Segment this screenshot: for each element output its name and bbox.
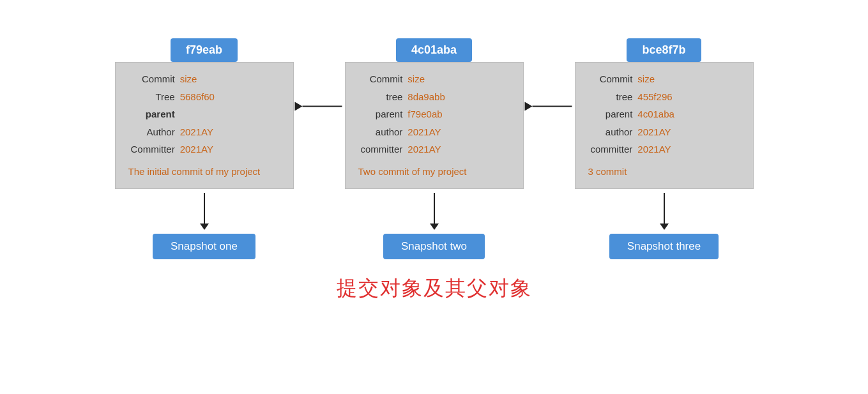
arrow-down-1 bbox=[430, 193, 439, 230]
commit-field-value: 2021AY bbox=[178, 123, 217, 141]
arrow-head bbox=[660, 224, 669, 230]
arrow-line bbox=[434, 193, 435, 224]
commit-field-value bbox=[178, 105, 217, 123]
commit-field-label: author bbox=[588, 123, 636, 141]
commit-field-label: parent bbox=[588, 105, 636, 123]
commit-column-1: 4c01abaCommitsizetree8da9abbparentf79e0a… bbox=[345, 38, 524, 259]
commit-field-label: Tree bbox=[128, 88, 178, 106]
commit-column-0: f79eabCommitsizeTree5686f60parentAuthor2… bbox=[115, 38, 294, 259]
arrow-line bbox=[664, 193, 665, 224]
commit-field-value: f79e0ab bbox=[405, 105, 447, 123]
commits-row: f79eabCommitsizeTree5686f60parentAuthor2… bbox=[0, 38, 868, 259]
commit-badge-0: f79eab bbox=[171, 38, 238, 62]
arrow-down-2 bbox=[660, 193, 669, 230]
commit-message-0: The initial commit of my project bbox=[128, 163, 280, 180]
commit-field-label: Commit bbox=[358, 70, 406, 88]
commit-field-label: parent bbox=[128, 105, 178, 123]
snapshot-badge-0: Snapshot one bbox=[153, 234, 255, 259]
commit-message-1: Two commit of my project bbox=[358, 163, 510, 180]
commit-field-label: author bbox=[358, 123, 406, 141]
commit-field-value: 4c01aba bbox=[635, 105, 677, 123]
commit-field-label: committer bbox=[358, 140, 406, 158]
commit-column-2: bce8f7bCommitsizetree455f296parent4c01ab… bbox=[575, 38, 754, 259]
commit-field-label: Commit bbox=[128, 70, 178, 88]
commit-field-label: parent bbox=[358, 105, 406, 123]
commit-field-value: 2021AY bbox=[405, 140, 447, 158]
footer-title: 提交对象及其父对象 bbox=[337, 275, 532, 303]
diagram-container: f79eabCommitsizeTree5686f60parentAuthor2… bbox=[0, 0, 868, 394]
commit-field-value: 455f296 bbox=[635, 88, 677, 106]
commit-badge-1: 4c01aba bbox=[396, 38, 472, 62]
arrow-head bbox=[430, 224, 439, 230]
commit-box-2: Commitsizetree455f296parent4c01abaauthor… bbox=[575, 62, 754, 189]
commit-field-value: 2021AY bbox=[405, 123, 447, 141]
commit-field-value: 5686f60 bbox=[178, 88, 217, 106]
commit-field-value: size bbox=[178, 70, 217, 88]
commit-field-value: size bbox=[635, 70, 677, 88]
commit-badge-2: bce8f7b bbox=[627, 38, 701, 62]
commit-field-label: tree bbox=[588, 88, 636, 106]
commit-field-value: 2021AY bbox=[635, 140, 677, 158]
snapshot-badge-2: Snapshot three bbox=[609, 234, 719, 259]
commit-box-0: CommitsizeTree5686f60parentAuthor2021AYC… bbox=[115, 62, 294, 189]
arrow-head bbox=[200, 224, 209, 230]
commit-field-label: committer bbox=[588, 140, 636, 158]
commit-field-value: size bbox=[405, 70, 447, 88]
commit-field-value: 8da9abb bbox=[405, 88, 447, 106]
arrow-line bbox=[204, 193, 205, 224]
commit-field-value: 2021AY bbox=[178, 140, 217, 158]
commit-field-label: Commit bbox=[588, 70, 636, 88]
commit-field-value: 2021AY bbox=[635, 123, 677, 141]
arrow-down-0 bbox=[200, 193, 209, 230]
commit-field-label: Committer bbox=[128, 140, 178, 158]
commit-field-label: tree bbox=[358, 88, 406, 106]
snapshot-badge-1: Snapshot two bbox=[383, 234, 485, 259]
commit-field-label: Author bbox=[128, 123, 178, 141]
commit-message-2: 3 commit bbox=[588, 163, 740, 180]
commit-box-1: Commitsizetree8da9abbparentf79e0abauthor… bbox=[345, 62, 524, 189]
